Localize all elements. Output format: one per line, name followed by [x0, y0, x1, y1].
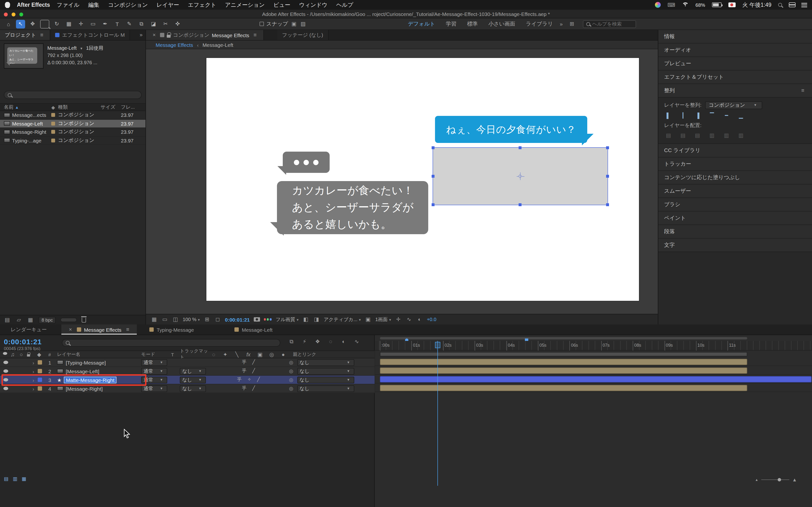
workspace-標準[interactable]: 標準: [467, 20, 478, 27]
comp-thumbnail[interactable]: カツカレーが食べたい！ あと、シーザーサラダが あると嬉しいかも。: [4, 44, 44, 68]
draft-switch[interactable]: ╱: [257, 377, 260, 383]
quality-switch-icon[interactable]: ╲: [234, 352, 240, 357]
layer-row-4[interactable]: › 4 [Message-Right] 通常▾ なし▾ 乎╱ ◎なし▾: [0, 384, 374, 393]
toggle-mask-icon[interactable]: ◫: [172, 317, 179, 322]
snapshot-icon[interactable]: [254, 317, 260, 322]
distribute-vcenter-icon[interactable]: ▤: [679, 132, 686, 138]
lane-1[interactable]: [375, 357, 812, 366]
apple-menu-icon[interactable]: [5, 2, 10, 8]
preview-dropdown-icon[interactable]: ▾: [78, 47, 85, 51]
selection-handle[interactable]: [432, 146, 434, 149]
expand-layer-switches-icon[interactable]: ▤: [4, 476, 8, 482]
selection-handle[interactable]: [606, 175, 609, 177]
quality-switch[interactable]: 乎: [237, 377, 242, 383]
panel-overflow-icon[interactable]: »: [137, 30, 146, 40]
align-center-vertical-icon[interactable]: ━: [723, 113, 730, 119]
layer-color-chip[interactable]: [38, 378, 42, 382]
timeline-zoom-slider[interactable]: ▲ ▲: [755, 477, 797, 483]
layer-name-edit-field[interactable]: Matte-Message-Right: [64, 376, 116, 383]
align-bottom-icon[interactable]: ▁: [738, 113, 744, 119]
snap-option-1-icon[interactable]: ▣: [291, 21, 297, 26]
panel-情報[interactable]: 情報: [658, 30, 812, 44]
tab-comp-typing-message[interactable]: Typing-Message: [144, 325, 200, 335]
close-tab-icon[interactable]: ×: [67, 327, 74, 332]
zoom-window-icon[interactable]: [19, 12, 23, 16]
track-matte-select[interactable]: なし▾: [180, 385, 206, 392]
column-frames[interactable]: フレ...: [121, 104, 142, 111]
breadcrumb-current[interactable]: Message-Left: [203, 42, 233, 48]
tab-footage[interactable]: フッテージ (なし): [277, 30, 328, 40]
help-search-input[interactable]: [592, 21, 633, 26]
zoom-slider-knob[interactable]: [778, 478, 781, 482]
draft-switch[interactable]: ╱: [252, 385, 255, 392]
minimize-window-icon[interactable]: [12, 12, 15, 16]
menu-コンポジション[interactable]: コンポジション: [108, 1, 148, 8]
pick-whip-icon[interactable]: ◎: [289, 360, 293, 365]
expand-in-out-icon[interactable]: ▦: [22, 476, 27, 482]
transparency-grid-icon[interactable]: ◧: [302, 317, 309, 322]
menu-アニメーション[interactable]: アニメーション: [225, 1, 265, 8]
track-matte-select[interactable]: なし▾: [180, 376, 206, 383]
composition-canvas[interactable]: ねぇ、今日の夕食何がいい？: [206, 58, 639, 301]
puppet-pin-tool-icon[interactable]: ✜: [173, 19, 182, 28]
pixel-aspect-icon[interactable]: ✛: [395, 317, 402, 322]
timeline-track-area[interactable]: :00s01s02s03s04s05s06s07s08s09s10s11s ▲ …: [375, 335, 812, 507]
menu-app-name[interactable]: After Effects: [17, 2, 50, 8]
magnification-select[interactable]: 100 %: [183, 317, 200, 322]
panel-トラッカー[interactable]: トラッカー: [658, 157, 812, 171]
close-tab-icon[interactable]: ×: [151, 32, 158, 38]
pick-whip-icon[interactable]: ◎: [289, 386, 293, 391]
layer-row-2[interactable]: › 2 [Message-Left] 通常▾ なし▾ 乎╱ ◎なし▾: [0, 367, 374, 376]
selection-handle[interactable]: [519, 203, 521, 206]
keyboard-icon[interactable]: ⌨: [667, 2, 675, 7]
project-row[interactable]: Message-Right コンポジション 23.97: [0, 128, 146, 136]
panel-スムーザー[interactable]: スムーザー: [658, 184, 812, 198]
shape-tool-icon[interactable]: ▭: [89, 19, 98, 28]
layer-color-chip[interactable]: [38, 360, 42, 364]
lane-2[interactable]: [375, 366, 812, 375]
live-update-icon[interactable]: ⚡: [301, 339, 308, 344]
panel-文字[interactable]: 文字: [658, 238, 812, 252]
roto-brush-tool-icon[interactable]: ✂: [161, 19, 170, 28]
tab-comp-message-effects[interactable]: × Message Effects ≡: [61, 325, 137, 335]
selection-handle[interactable]: [606, 203, 609, 206]
layer-bar-message-right[interactable]: [380, 385, 747, 391]
panel-ブラシ[interactable]: ブラシ: [658, 198, 812, 212]
home-tool-icon[interactable]: ⌂: [4, 19, 13, 28]
3d-switch-icon[interactable]: ●: [280, 352, 287, 357]
eye-icon[interactable]: [3, 361, 8, 364]
notification-center-icon[interactable]: [801, 3, 807, 7]
collapse-switch-icon[interactable]: ✦: [222, 352, 229, 357]
column-label-icon[interactable]: ◆: [48, 105, 58, 110]
hide-shy-layers-icon[interactable]: ◌: [327, 339, 334, 344]
quality-switch[interactable]: 乎: [242, 359, 247, 365]
project-row[interactable]: Typing-...age コンポジション 23.97: [0, 136, 146, 145]
menu-clock[interactable]: 火 午後1:49: [743, 1, 771, 8]
fx-switch-icon[interactable]: fx: [245, 352, 252, 357]
anchor-point-icon[interactable]: [516, 172, 524, 180]
expand-arrow-icon[interactable]: ›: [30, 359, 37, 365]
type-tool-icon[interactable]: T: [113, 19, 122, 28]
exposure-icon[interactable]: ◐: [416, 317, 423, 322]
column-name[interactable]: 名前▲: [0, 104, 48, 111]
quality-switch[interactable]: 乎: [242, 385, 247, 392]
audio-column-icon[interactable]: ♫: [9, 352, 16, 357]
selection-handle[interactable]: [606, 146, 609, 149]
blue-message-bubble[interactable]: ねぇ、今日の夕食何がいい？: [435, 116, 587, 143]
distribute-hcenter-icon[interactable]: ▥: [723, 132, 730, 138]
expand-transfer-controls-icon[interactable]: ▥: [13, 476, 17, 482]
selection-handle[interactable]: [432, 203, 434, 206]
exposure-value[interactable]: +0.0: [427, 317, 437, 322]
pan-behind-tool-icon[interactable]: ✛: [77, 19, 86, 28]
project-row-selected[interactable]: Message-Left コンポジション 23.97: [0, 119, 146, 128]
menu-ヘルプ[interactable]: ヘルプ: [336, 1, 353, 8]
zoom-tool-icon[interactable]: [40, 19, 49, 28]
playhead-line[interactable]: [438, 341, 438, 486]
expand-arrow-icon[interactable]: ›: [30, 377, 37, 383]
parent-link-column[interactable]: 親とリンク: [287, 351, 374, 357]
distribute-left-icon[interactable]: ▥: [709, 132, 715, 138]
panel-コンテンツに応じた塗りつぶし[interactable]: コンテンツに応じた塗りつぶし: [658, 171, 812, 184]
draft-switch[interactable]: ╱: [252, 359, 255, 365]
mode-select[interactable]: 通常▾: [141, 368, 167, 375]
layer-row-1[interactable]: › 1 [Typing-Message] 通常▾ 乎╱ ◎なし▾: [0, 358, 374, 367]
